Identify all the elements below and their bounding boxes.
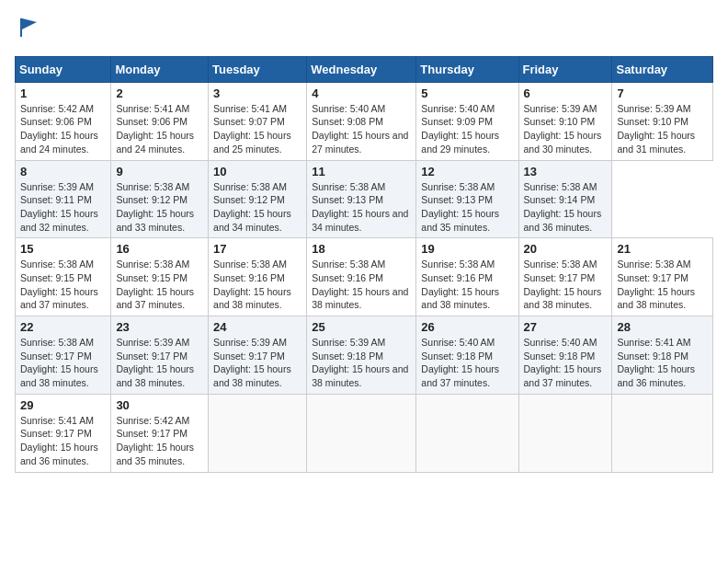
col-header-thursday: Thursday — [416, 56, 518, 82]
page-header — [15, 15, 713, 45]
day-detail: Sunrise: 5:38 AMSunset: 9:15 PMDaylight:… — [20, 259, 98, 310]
col-header-monday: Monday — [111, 56, 209, 82]
day-detail: Sunrise: 5:39 AMSunset: 9:10 PMDaylight:… — [524, 103, 602, 155]
day-detail: Sunrise: 5:38 AMSunset: 9:16 PMDaylight:… — [213, 259, 291, 310]
cell-day-23: 23Sunrise: 5:39 AMSunset: 9:17 PMDayligh… — [111, 316, 209, 395]
cell-day-1: 1Sunrise: 5:42 AMSunset: 9:06 PMDaylight… — [16, 82, 111, 160]
day-detail: Sunrise: 5:38 AMSunset: 9:12 PMDaylight:… — [213, 181, 291, 233]
day-number: 23 — [116, 320, 203, 334]
cell-day-29: 29Sunrise: 5:41 AMSunset: 9:17 PMDayligh… — [16, 394, 111, 472]
cell-day-8: 8Sunrise: 5:39 AMSunset: 9:11 PMDaylight… — [16, 160, 111, 238]
day-number: 28 — [617, 320, 708, 334]
empty-cell — [416, 394, 518, 472]
cell-day-5: 5Sunrise: 5:40 AMSunset: 9:09 PMDaylight… — [416, 82, 518, 160]
day-detail: Sunrise: 5:39 AMSunset: 9:18 PMDaylight:… — [312, 337, 408, 388]
day-number: 30 — [116, 398, 203, 412]
day-number: 8 — [20, 165, 106, 178]
day-detail: Sunrise: 5:41 AMSunset: 9:06 PMDaylight:… — [116, 103, 194, 155]
cell-day-16: 16Sunrise: 5:38 AMSunset: 9:15 PMDayligh… — [111, 238, 209, 316]
cell-day-27: 27Sunrise: 5:40 AMSunset: 9:18 PMDayligh… — [518, 316, 612, 395]
cell-day-3: 3Sunrise: 5:41 AMSunset: 9:07 PMDaylight… — [209, 82, 307, 160]
day-number: 19 — [421, 242, 513, 256]
cell-day-2: 2Sunrise: 5:41 AMSunset: 9:06 PMDaylight… — [111, 82, 209, 160]
day-detail: Sunrise: 5:38 AMSunset: 9:13 PMDaylight:… — [312, 181, 408, 233]
logo-flag-icon — [17, 15, 42, 40]
day-number: 27 — [524, 320, 608, 334]
day-detail: Sunrise: 5:40 AMSunset: 9:18 PMDaylight:… — [421, 337, 499, 388]
cell-day-19: 19Sunrise: 5:38 AMSunset: 9:16 PMDayligh… — [416, 238, 518, 316]
cell-day-18: 18Sunrise: 5:38 AMSunset: 9:16 PMDayligh… — [307, 238, 416, 316]
cell-day-10: 10Sunrise: 5:38 AMSunset: 9:12 PMDayligh… — [209, 160, 307, 238]
day-number: 2 — [116, 86, 203, 100]
cell-day-4: 4Sunrise: 5:40 AMSunset: 9:08 PMDaylight… — [307, 82, 416, 160]
calendar-header: SundayMondayTuesdayWednesdayThursdayFrid… — [16, 56, 713, 82]
day-number: 13 — [524, 165, 608, 178]
cell-day-15: 15Sunrise: 5:38 AMSunset: 9:15 PMDayligh… — [16, 238, 111, 316]
cell-day-28: 28Sunrise: 5:41 AMSunset: 9:18 PMDayligh… — [612, 316, 713, 395]
empty-cell — [612, 394, 713, 472]
day-number: 22 — [20, 320, 106, 334]
day-number: 29 — [20, 398, 106, 412]
day-number: 12 — [421, 165, 513, 178]
day-number: 9 — [116, 165, 203, 178]
col-header-wednesday: Wednesday — [307, 56, 416, 82]
cell-day-22: 22Sunrise: 5:38 AMSunset: 9:17 PMDayligh… — [16, 316, 111, 395]
cell-day-7: 7Sunrise: 5:39 AMSunset: 9:10 PMDaylight… — [612, 82, 713, 160]
day-number: 7 — [617, 86, 708, 100]
day-detail: Sunrise: 5:41 AMSunset: 9:07 PMDaylight:… — [213, 103, 291, 155]
day-detail: Sunrise: 5:38 AMSunset: 9:17 PMDaylight:… — [617, 259, 695, 310]
svg-marker-0 — [20, 18, 37, 37]
day-detail: Sunrise: 5:38 AMSunset: 9:12 PMDaylight:… — [116, 181, 194, 233]
day-number: 3 — [213, 86, 301, 100]
day-number: 10 — [213, 165, 301, 178]
day-detail: Sunrise: 5:42 AMSunset: 9:06 PMDaylight:… — [20, 103, 98, 155]
day-detail: Sunrise: 5:38 AMSunset: 9:16 PMDaylight:… — [312, 259, 408, 310]
day-detail: Sunrise: 5:39 AMSunset: 9:17 PMDaylight:… — [213, 337, 291, 388]
day-detail: Sunrise: 5:39 AMSunset: 9:11 PMDaylight:… — [20, 181, 98, 233]
cell-day-17: 17Sunrise: 5:38 AMSunset: 9:16 PMDayligh… — [209, 238, 307, 316]
day-number: 11 — [312, 165, 411, 178]
day-detail: Sunrise: 5:40 AMSunset: 9:08 PMDaylight:… — [312, 103, 408, 155]
day-detail: Sunrise: 5:39 AMSunset: 9:17 PMDaylight:… — [116, 337, 194, 388]
cell-day-12: 12Sunrise: 5:38 AMSunset: 9:13 PMDayligh… — [416, 160, 518, 238]
day-number: 1 — [20, 86, 106, 100]
day-detail: Sunrise: 5:41 AMSunset: 9:18 PMDaylight:… — [617, 337, 695, 388]
empty-cell — [307, 394, 416, 472]
day-number: 4 — [312, 86, 411, 100]
day-number: 16 — [116, 242, 203, 256]
col-header-sunday: Sunday — [16, 56, 111, 82]
day-number: 6 — [524, 86, 608, 100]
cell-day-21: 21Sunrise: 5:38 AMSunset: 9:17 PMDayligh… — [612, 238, 713, 316]
day-number: 20 — [524, 242, 608, 256]
day-detail: Sunrise: 5:38 AMSunset: 9:13 PMDaylight:… — [421, 181, 499, 233]
day-number: 15 — [20, 242, 106, 256]
cell-day-13: 13Sunrise: 5:38 AMSunset: 9:14 PMDayligh… — [518, 160, 612, 238]
col-header-saturday: Saturday — [612, 56, 713, 82]
day-detail: Sunrise: 5:38 AMSunset: 9:16 PMDaylight:… — [421, 259, 499, 310]
day-detail: Sunrise: 5:42 AMSunset: 9:17 PMDaylight:… — [116, 415, 194, 466]
day-detail: Sunrise: 5:40 AMSunset: 9:09 PMDaylight:… — [421, 103, 499, 155]
cell-day-26: 26Sunrise: 5:40 AMSunset: 9:18 PMDayligh… — [416, 316, 518, 395]
empty-cell — [209, 394, 307, 472]
day-detail: Sunrise: 5:39 AMSunset: 9:10 PMDaylight:… — [617, 103, 695, 155]
calendar-table: SundayMondayTuesdayWednesdayThursdayFrid… — [15, 56, 713, 473]
logo-text — [15, 15, 42, 45]
logo — [15, 15, 42, 45]
day-number: 25 — [312, 320, 411, 334]
day-number: 26 — [421, 320, 513, 334]
day-detail: Sunrise: 5:38 AMSunset: 9:17 PMDaylight:… — [524, 259, 602, 310]
day-detail: Sunrise: 5:38 AMSunset: 9:14 PMDaylight:… — [524, 181, 602, 233]
cell-day-30: 30Sunrise: 5:42 AMSunset: 9:17 PMDayligh… — [111, 394, 209, 472]
day-detail: Sunrise: 5:40 AMSunset: 9:18 PMDaylight:… — [524, 337, 602, 388]
day-number: 18 — [312, 242, 411, 256]
cell-day-20: 20Sunrise: 5:38 AMSunset: 9:17 PMDayligh… — [518, 238, 612, 316]
empty-cell — [518, 394, 612, 472]
day-detail: Sunrise: 5:38 AMSunset: 9:15 PMDaylight:… — [116, 259, 194, 310]
day-detail: Sunrise: 5:41 AMSunset: 9:17 PMDaylight:… — [20, 415, 98, 466]
cell-day-11: 11Sunrise: 5:38 AMSunset: 9:13 PMDayligh… — [307, 160, 416, 238]
day-number: 17 — [213, 242, 301, 256]
col-header-friday: Friday — [518, 56, 612, 82]
cell-day-24: 24Sunrise: 5:39 AMSunset: 9:17 PMDayligh… — [209, 316, 307, 395]
cell-day-9: 9Sunrise: 5:38 AMSunset: 9:12 PMDaylight… — [111, 160, 209, 238]
day-number: 24 — [213, 320, 301, 334]
